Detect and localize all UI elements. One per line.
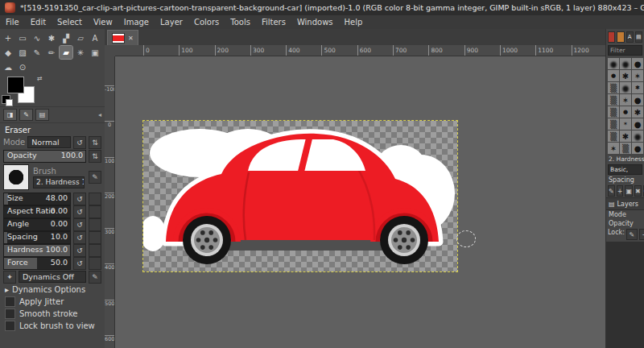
lock-position-icon[interactable]: + (639, 229, 644, 240)
brush-swatch[interactable]: ● (632, 58, 643, 69)
menu-item[interactable]: Help (339, 17, 369, 27)
edit-dynamics-button[interactable]: ✎ (89, 271, 101, 284)
brush-swatch[interactable]: ▒ (608, 130, 619, 142)
canvas-area[interactable] (115, 56, 606, 348)
brush-swatch[interactable]: ● (620, 82, 631, 93)
brush-swatch[interactable]: ✶ (620, 94, 631, 106)
brush-swatch[interactable]: ✶ (620, 118, 631, 130)
brush-swatch[interactable]: ✶ (632, 70, 643, 81)
close-tab-icon[interactable]: ✕ (128, 35, 134, 42)
default-colors-icon[interactable] (2, 95, 10, 104)
slider-reset-button[interactable]: ↺ (73, 244, 86, 257)
spin-slider[interactable]: Size 48.00 (3, 193, 71, 205)
brush-swatch[interactable]: ● (632, 118, 643, 130)
mode-switch-button[interactable]: ⇅ (89, 136, 101, 149)
tool-rectangle-select-icon[interactable]: ▭ (16, 31, 29, 44)
tool-pencil-icon[interactable]: ✎ (31, 46, 43, 59)
mode-reset-button[interactable]: ↺ (73, 136, 86, 149)
document-history-tab-icon[interactable]: ▤ (635, 31, 642, 43)
checkbox[interactable] (5, 309, 15, 319)
slider-reset-button[interactable]: ↺ (73, 193, 86, 205)
collapse-dock-icon[interactable]: ◂ (98, 111, 101, 118)
tool-color-picker-icon[interactable]: ⊙ (16, 60, 29, 73)
opacity-spin-button[interactable]: ⇅ (89, 150, 101, 163)
slider-reset-button[interactable]: ↺ (73, 231, 86, 244)
ruler-corner[interactable] (105, 45, 116, 57)
tool-crop-icon[interactable]: ▞ (60, 31, 72, 44)
layer-list[interactable] (606, 242, 644, 348)
swap-colors-icon[interactable]: ⇄ (37, 75, 43, 82)
lock-pixels-icon[interactable]: ✎ (626, 229, 638, 240)
edit-brush-icon[interactable]: ✎ (608, 185, 615, 197)
menu-item[interactable]: Filters (256, 17, 291, 27)
slider-link-button[interactable] (89, 218, 101, 231)
brush-swatch[interactable]: ● (620, 58, 631, 69)
spin-slider[interactable]: Aspect Ratio 0.00 (3, 205, 71, 218)
opacity-slider[interactable]: Opacity 100.0 (3, 150, 86, 163)
spin-slider[interactable]: Angle 0.00 (3, 218, 71, 231)
brush-swatch[interactable]: ✱ (632, 82, 643, 93)
brush-swatch[interactable]: ● (632, 94, 643, 106)
tool-paintbrush-icon[interactable]: ✏ (45, 46, 58, 59)
tool-gradient-icon[interactable]: ▨ (16, 46, 29, 59)
menu-item[interactable]: Windows (291, 17, 339, 27)
brush-swatch[interactable]: ● (632, 130, 643, 142)
vertical-ruler[interactable]: -1000100200300400500600 (105, 56, 115, 348)
brush-swatch[interactable]: ✱ (620, 70, 631, 81)
slider-link-button[interactable] (89, 205, 101, 218)
tool-move-icon[interactable]: + (2, 31, 14, 44)
brush-name-field[interactable]: 2. Hardness 100 (33, 176, 85, 188)
menu-item[interactable]: Colors (188, 17, 225, 27)
menu-item[interactable]: View (88, 17, 118, 27)
tool-free-select-icon[interactable]: ∿ (31, 31, 43, 44)
slider-link-button[interactable] (89, 231, 101, 244)
slider-link-button[interactable] (89, 244, 101, 257)
menu-item[interactable]: Layer (155, 17, 188, 27)
image-layer[interactable] (143, 121, 457, 271)
foreground-color-swatch[interactable] (7, 77, 24, 93)
brush-swatch[interactable]: ● (608, 58, 619, 69)
menu-item[interactable]: Tools (225, 17, 256, 27)
brush-swatch[interactable]: ● (620, 106, 631, 118)
horizontal-ruler[interactable]: 0100200300400500600700800900100011001200 (115, 45, 606, 56)
menu-item[interactable]: Select (52, 17, 88, 27)
tool-options-tab-icon[interactable]: ◨ (3, 109, 17, 121)
menu-item[interactable]: File (0, 17, 25, 27)
brush-swatch[interactable]: ✱ (632, 106, 643, 118)
gimp-app-icon[interactable] (5, 2, 15, 13)
brush-swatch[interactable]: ▒ (608, 118, 619, 130)
delete-brush-icon[interactable]: ✖ (634, 185, 642, 197)
tool-clone-icon[interactable]: ▣ (89, 46, 101, 59)
brush-swatch[interactable]: ✶ (608, 143, 619, 154)
menu-item[interactable]: Edit (25, 17, 52, 27)
brush-thumbnail[interactable] (3, 164, 29, 190)
brush-swatch[interactable]: ● (608, 70, 619, 81)
checkbox[interactable] (5, 296, 15, 307)
brush-swatch[interactable]: ● (632, 143, 643, 154)
patterns-tab-icon[interactable] (617, 31, 624, 43)
brush-swatch[interactable]: ▒ (608, 82, 619, 93)
spin-slider[interactable]: Hardness 100.0 (3, 244, 71, 257)
slider-reset-button[interactable]: ↺ (73, 257, 86, 270)
duplicate-brush-icon[interactable]: ▣ (625, 185, 633, 197)
brush-swatch[interactable]: ▒ (608, 106, 619, 118)
menu-item[interactable]: Image (118, 17, 155, 27)
brush-tag-input[interactable]: Basic, (608, 164, 642, 175)
slider-reset-button[interactable]: ↺ (73, 218, 86, 231)
slider-link-button[interactable] (89, 257, 101, 270)
slider-reset-button[interactable]: ↺ (73, 205, 86, 218)
tool-eraser-icon[interactable]: ▰ (60, 46, 72, 59)
mode-dropdown[interactable]: Normal (27, 136, 71, 148)
brush-swatch[interactable]: ▒ (608, 94, 619, 106)
tool-smudge-icon[interactable]: ☁ (2, 60, 14, 73)
dynamics-options-expander[interactable]: ▸ Dynamics Options (0, 284, 105, 296)
tool-bucket-fill-icon[interactable]: ◆ (2, 46, 14, 59)
slider-link-button[interactable] (89, 193, 101, 205)
edit-brush-button[interactable]: ✎ (89, 171, 101, 184)
tool-transform-icon[interactable]: ▱ (74, 31, 87, 44)
dockable-menu-icon[interactable]: ▤ (35, 109, 49, 121)
spin-slider[interactable]: Force 50.0 (3, 257, 71, 270)
tool-text-icon[interactable]: A (89, 31, 101, 44)
new-brush-icon[interactable]: + (617, 185, 624, 197)
dynamics-dropdown[interactable]: Dynamics Off (19, 271, 86, 283)
